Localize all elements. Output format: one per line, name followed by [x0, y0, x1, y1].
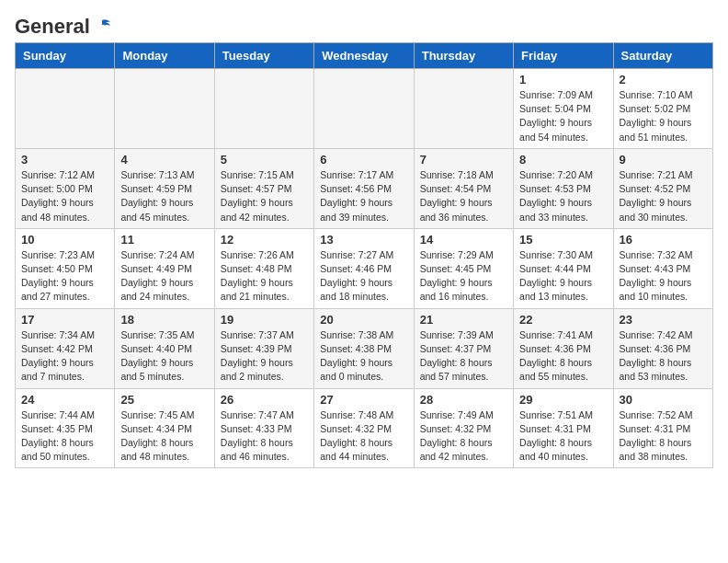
day-number: 13	[320, 233, 407, 247]
calendar-cell: 24Sunrise: 7:44 AM Sunset: 4:35 PM Dayli…	[16, 388, 115, 468]
weekday-header-sunday: Sunday	[16, 43, 115, 69]
day-number: 20	[320, 313, 407, 327]
day-info: Sunrise: 7:27 AM Sunset: 4:46 PM Dayligh…	[320, 248, 407, 304]
weekday-header-tuesday: Tuesday	[214, 43, 313, 69]
calendar-cell	[314, 69, 414, 149]
day-number: 18	[120, 313, 208, 327]
calendar-cell: 30Sunrise: 7:52 AM Sunset: 4:31 PM Dayli…	[613, 388, 712, 468]
day-info: Sunrise: 7:39 AM Sunset: 4:37 PM Dayligh…	[420, 328, 507, 385]
calendar-cell: 22Sunrise: 7:41 AM Sunset: 4:36 PM Dayli…	[514, 308, 613, 388]
weekday-header-monday: Monday	[115, 43, 214, 69]
day-number: 16	[620, 233, 707, 247]
day-number: 21	[420, 313, 507, 327]
calendar-cell	[115, 69, 214, 149]
day-info: Sunrise: 7:20 AM Sunset: 4:53 PM Dayligh…	[519, 168, 607, 224]
logo-text-general: General	[15, 15, 90, 39]
day-number: 5	[221, 153, 308, 167]
day-info: Sunrise: 7:23 AM Sunset: 4:50 PM Dayligh…	[21, 248, 108, 304]
calendar-cell: 28Sunrise: 7:49 AM Sunset: 4:32 PM Dayli…	[414, 388, 513, 468]
day-info: Sunrise: 7:12 AM Sunset: 5:00 PM Dayligh…	[21, 168, 108, 224]
day-number: 22	[519, 313, 607, 327]
logo-bird-icon	[92, 17, 112, 37]
calendar-cell: 10Sunrise: 7:23 AM Sunset: 4:50 PM Dayli…	[16, 228, 115, 308]
calendar-cell: 6Sunrise: 7:17 AM Sunset: 4:56 PM Daylig…	[314, 148, 414, 228]
calendar-cell: 15Sunrise: 7:30 AM Sunset: 4:44 PM Dayli…	[514, 228, 613, 308]
calendar-cell: 18Sunrise: 7:35 AM Sunset: 4:40 PM Dayli…	[115, 308, 214, 388]
calendar-cell: 16Sunrise: 7:32 AM Sunset: 4:43 PM Dayli…	[613, 228, 712, 308]
calendar-cell	[16, 69, 115, 149]
day-info: Sunrise: 7:35 AM Sunset: 4:40 PM Dayligh…	[120, 328, 208, 385]
day-number: 26	[221, 393, 308, 407]
calendar-cell: 5Sunrise: 7:15 AM Sunset: 4:57 PM Daylig…	[214, 148, 313, 228]
day-info: Sunrise: 7:15 AM Sunset: 4:57 PM Dayligh…	[221, 168, 308, 224]
calendar-table: SundayMondayTuesdayWednesdayThursdayFrid…	[15, 42, 713, 468]
day-number: 1	[519, 73, 607, 86]
day-number: 25	[120, 393, 208, 407]
day-number: 17	[21, 313, 108, 327]
calendar-cell: 20Sunrise: 7:38 AM Sunset: 4:38 PM Dayli…	[314, 308, 414, 388]
day-info: Sunrise: 7:42 AM Sunset: 4:36 PM Dayligh…	[620, 328, 707, 385]
day-info: Sunrise: 7:13 AM Sunset: 4:59 PM Dayligh…	[120, 168, 208, 224]
day-info: Sunrise: 7:34 AM Sunset: 4:42 PM Dayligh…	[21, 328, 108, 385]
day-info: Sunrise: 7:29 AM Sunset: 4:45 PM Dayligh…	[420, 248, 507, 304]
calendar-cell: 26Sunrise: 7:47 AM Sunset: 4:33 PM Dayli…	[214, 388, 313, 468]
day-number: 29	[519, 393, 607, 407]
day-number: 14	[420, 233, 507, 247]
logo: General	[15, 15, 112, 35]
day-number: 6	[320, 153, 407, 167]
day-info: Sunrise: 7:45 AM Sunset: 4:34 PM Dayligh…	[120, 408, 208, 465]
day-info: Sunrise: 7:24 AM Sunset: 4:49 PM Dayligh…	[120, 248, 208, 304]
day-number: 2	[620, 73, 707, 86]
day-number: 24	[21, 393, 108, 407]
day-info: Sunrise: 7:21 AM Sunset: 4:52 PM Dayligh…	[620, 168, 707, 224]
day-number: 23	[620, 313, 707, 327]
calendar-cell: 1Sunrise: 7:09 AM Sunset: 5:04 PM Daylig…	[514, 69, 613, 149]
day-number: 4	[120, 153, 208, 167]
calendar-cell: 19Sunrise: 7:37 AM Sunset: 4:39 PM Dayli…	[214, 308, 313, 388]
day-number: 15	[519, 233, 607, 247]
day-info: Sunrise: 7:38 AM Sunset: 4:38 PM Dayligh…	[320, 328, 407, 385]
day-info: Sunrise: 7:41 AM Sunset: 4:36 PM Dayligh…	[519, 328, 607, 385]
day-number: 8	[519, 153, 607, 167]
calendar-cell	[214, 69, 313, 149]
day-number: 11	[120, 233, 208, 247]
calendar-week-5: 24Sunrise: 7:44 AM Sunset: 4:35 PM Dayli…	[16, 388, 713, 468]
day-info: Sunrise: 7:32 AM Sunset: 4:43 PM Dayligh…	[620, 248, 707, 304]
day-info: Sunrise: 7:44 AM Sunset: 4:35 PM Dayligh…	[21, 408, 108, 465]
calendar-week-1: 1Sunrise: 7:09 AM Sunset: 5:04 PM Daylig…	[16, 69, 713, 149]
calendar-cell	[414, 69, 513, 149]
weekday-header-friday: Friday	[514, 43, 613, 69]
calendar-cell: 25Sunrise: 7:45 AM Sunset: 4:34 PM Dayli…	[115, 388, 214, 468]
weekday-header-thursday: Thursday	[414, 43, 513, 69]
day-info: Sunrise: 7:52 AM Sunset: 4:31 PM Dayligh…	[620, 408, 707, 465]
calendar-cell: 11Sunrise: 7:24 AM Sunset: 4:49 PM Dayli…	[115, 228, 214, 308]
day-info: Sunrise: 7:51 AM Sunset: 4:31 PM Dayligh…	[519, 408, 607, 465]
day-number: 3	[21, 153, 108, 167]
calendar-cell: 3Sunrise: 7:12 AM Sunset: 5:00 PM Daylig…	[16, 148, 115, 228]
day-number: 27	[320, 393, 407, 407]
day-info: Sunrise: 7:09 AM Sunset: 5:04 PM Dayligh…	[519, 88, 607, 144]
day-info: Sunrise: 7:10 AM Sunset: 5:02 PM Dayligh…	[620, 88, 707, 144]
calendar-cell: 14Sunrise: 7:29 AM Sunset: 4:45 PM Dayli…	[414, 228, 513, 308]
calendar-week-4: 17Sunrise: 7:34 AM Sunset: 4:42 PM Dayli…	[16, 308, 713, 388]
calendar-cell: 12Sunrise: 7:26 AM Sunset: 4:48 PM Dayli…	[214, 228, 313, 308]
calendar-cell: 17Sunrise: 7:34 AM Sunset: 4:42 PM Dayli…	[16, 308, 115, 388]
calendar-week-3: 10Sunrise: 7:23 AM Sunset: 4:50 PM Dayli…	[16, 228, 713, 308]
calendar-cell: 21Sunrise: 7:39 AM Sunset: 4:37 PM Dayli…	[414, 308, 513, 388]
day-number: 7	[420, 153, 507, 167]
day-info: Sunrise: 7:26 AM Sunset: 4:48 PM Dayligh…	[221, 248, 308, 304]
calendar-cell: 7Sunrise: 7:18 AM Sunset: 4:54 PM Daylig…	[414, 148, 513, 228]
day-number: 30	[620, 393, 707, 407]
day-info: Sunrise: 7:49 AM Sunset: 4:32 PM Dayligh…	[420, 408, 507, 465]
day-info: Sunrise: 7:37 AM Sunset: 4:39 PM Dayligh…	[221, 328, 308, 385]
calendar-cell: 29Sunrise: 7:51 AM Sunset: 4:31 PM Dayli…	[514, 388, 613, 468]
day-number: 9	[620, 153, 707, 167]
calendar-header-row: SundayMondayTuesdayWednesdayThursdayFrid…	[16, 43, 713, 69]
day-number: 10	[21, 233, 108, 247]
calendar-cell: 2Sunrise: 7:10 AM Sunset: 5:02 PM Daylig…	[613, 69, 712, 149]
calendar-cell: 8Sunrise: 7:20 AM Sunset: 4:53 PM Daylig…	[514, 148, 613, 228]
page-header: General	[15, 15, 713, 35]
day-info: Sunrise: 7:30 AM Sunset: 4:44 PM Dayligh…	[519, 248, 607, 304]
weekday-header-saturday: Saturday	[613, 43, 712, 69]
day-info: Sunrise: 7:18 AM Sunset: 4:54 PM Dayligh…	[420, 168, 507, 224]
